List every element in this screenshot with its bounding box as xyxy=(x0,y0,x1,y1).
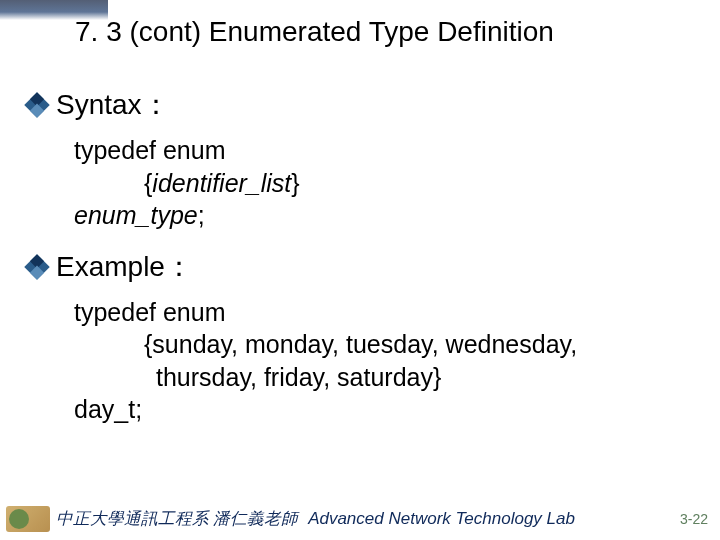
lab-logo-icon xyxy=(6,506,50,532)
identifier-list: identifier_list xyxy=(152,169,291,197)
diamond-bullet-icon xyxy=(24,92,49,117)
example-line4: day_t; xyxy=(74,393,700,426)
example-line1: typedef enum xyxy=(74,296,700,329)
brace-close: } xyxy=(291,169,299,197)
diamond-bullet-icon xyxy=(24,254,49,279)
slide-content: Syntax： typedef enum {identifier_list} e… xyxy=(28,86,700,442)
example-line3: thursday, friday, saturday} xyxy=(156,361,700,394)
footer-right-text: Advanced Network Technology Lab xyxy=(308,509,575,529)
syntax-line3: enum_type; xyxy=(74,199,700,232)
syntax-line1: typedef enum xyxy=(74,134,700,167)
syntax-line2: {identifier_list} xyxy=(144,167,700,200)
example-heading-row: Example： xyxy=(28,248,700,286)
slide-footer: 中正大學通訊工程系 潘仁義老師 Advanced Network Technol… xyxy=(0,504,720,534)
semicolon: ; xyxy=(198,201,205,229)
syntax-code: typedef enum {identifier_list} enum_type… xyxy=(74,134,700,232)
page-number: 3-22 xyxy=(670,511,708,527)
example-heading: Example： xyxy=(56,248,193,286)
syntax-heading: Syntax： xyxy=(56,86,170,124)
footer-left-text: 中正大學通訊工程系 潘仁義老師 xyxy=(56,508,298,530)
slide-title: 7. 3 (cont) Enumerated Type Definition xyxy=(75,16,554,48)
example-line2: {sunday, monday, tuesday, wednesday, xyxy=(144,328,700,361)
example-code: typedef enum {sunday, monday, tuesday, w… xyxy=(74,296,700,426)
enum-type: enum_type xyxy=(74,201,198,229)
syntax-heading-row: Syntax： xyxy=(28,86,700,124)
